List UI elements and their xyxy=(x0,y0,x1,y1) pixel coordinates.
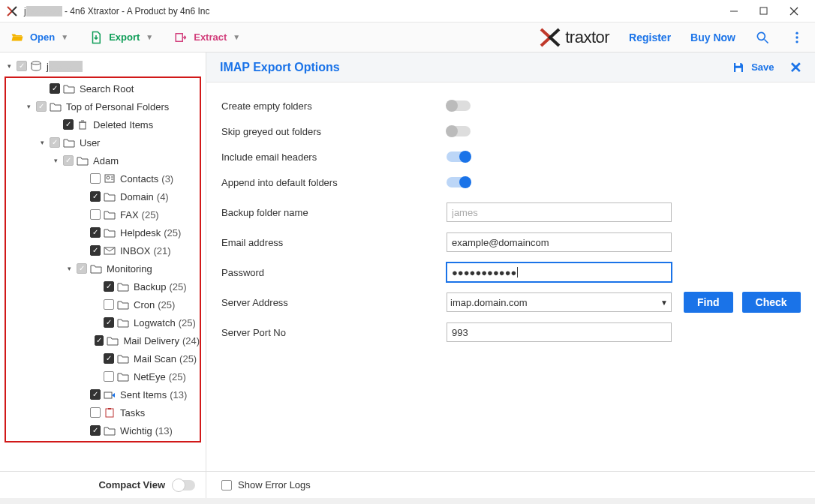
close-button[interactable] xyxy=(779,1,809,22)
register-link[interactable]: Register xyxy=(629,32,671,44)
extract-icon xyxy=(174,31,188,44)
server-addr-select[interactable]: imap.domain.com ▼ xyxy=(447,292,672,312)
maximize-button[interactable] xyxy=(749,1,779,22)
skip-greyed-toggle[interactable] xyxy=(447,126,471,136)
tree-item-label: Adam xyxy=(93,155,119,166)
checkbox[interactable] xyxy=(104,353,114,364)
expander-icon[interactable]: ▾ xyxy=(65,265,74,272)
svg-rect-19 xyxy=(104,392,112,398)
checkbox[interactable] xyxy=(77,263,87,274)
svg-rect-22 xyxy=(735,63,740,66)
checkbox[interactable] xyxy=(63,119,74,130)
checkbox[interactable] xyxy=(50,83,60,94)
checkbox[interactable] xyxy=(90,245,101,256)
tree-item-label: Top of Personal Folders xyxy=(66,101,169,112)
append-default-toggle[interactable] xyxy=(447,177,471,188)
chevron-down-icon: ▼ xyxy=(146,33,153,41)
expander-icon[interactable]: ▾ xyxy=(24,103,33,110)
tree-item[interactable]: Domain (4) xyxy=(6,188,200,206)
find-button[interactable]: Find xyxy=(684,292,733,313)
window-title: jxxxxxxxx - 4n6 Xtraxtor - A Product by … xyxy=(24,6,209,16)
svg-rect-23 xyxy=(735,68,741,71)
server-port-input[interactable] xyxy=(447,322,672,342)
expander-icon[interactable]: ▾ xyxy=(5,62,14,70)
tree-item[interactable]: Sent Items (13) xyxy=(6,386,200,404)
tree-item[interactable]: Search Root xyxy=(6,80,200,98)
folder-open-icon xyxy=(11,31,24,44)
minimize-button[interactable] xyxy=(719,1,749,22)
checkbox[interactable] xyxy=(90,425,101,436)
checkbox[interactable] xyxy=(90,173,101,184)
open-button[interactable]: Open ▼ xyxy=(11,31,68,44)
svg-point-9 xyxy=(795,40,798,43)
checkbox[interactable] xyxy=(104,317,114,328)
tree-item[interactable]: ▾User xyxy=(6,134,200,152)
checkbox[interactable] xyxy=(17,61,27,71)
tree-item[interactable]: Backup (25) xyxy=(6,278,200,296)
tree-item-label: Wichtig xyxy=(120,425,152,436)
checkbox[interactable] xyxy=(90,407,101,418)
extract-button[interactable]: Extract ▼ xyxy=(174,31,240,44)
checkbox[interactable] xyxy=(50,137,60,148)
checkbox[interactable] xyxy=(90,191,101,202)
folder-icon xyxy=(117,317,129,328)
tree-item[interactable]: ▾Adam xyxy=(6,152,200,170)
toolbar: Open ▼ Export ▼ Extract ▼ traxtor Regist… xyxy=(0,22,815,52)
tree-item[interactable]: Helpdesk (25) xyxy=(6,224,200,242)
checkbox[interactable] xyxy=(90,389,101,400)
folder-tree-sidebar: ▾ jxxxxxxx Search Root▾Top of Personal F… xyxy=(0,52,206,498)
tree-item-count: (25) xyxy=(169,281,186,292)
more-icon[interactable] xyxy=(789,30,804,45)
content-footer: Show Error Logs xyxy=(206,471,815,498)
checkbox[interactable] xyxy=(90,227,101,238)
checkbox[interactable] xyxy=(95,335,104,346)
check-button[interactable]: Check xyxy=(742,292,801,313)
checkbox[interactable] xyxy=(104,371,114,382)
database-icon xyxy=(30,61,42,71)
password-input[interactable]: ●●●●●●●●●●● xyxy=(447,262,672,282)
tree-item-label: Backup xyxy=(134,281,166,292)
checkbox[interactable] xyxy=(104,281,114,292)
tree-item-count: (4) xyxy=(157,191,169,202)
tree-item[interactable]: Logwatch (25) xyxy=(6,314,200,332)
tree-item[interactable]: Wichtig (13) xyxy=(6,422,200,440)
backup-name-input[interactable] xyxy=(447,202,672,222)
checkbox[interactable] xyxy=(104,299,114,310)
checkbox[interactable] xyxy=(36,101,47,112)
folder-tree[interactable]: ▾ jxxxxxxx Search Root▾Top of Personal F… xyxy=(0,52,206,471)
tree-item[interactable]: Contacts (3) xyxy=(6,170,200,188)
tree-item[interactable]: FAX (25) xyxy=(6,206,200,224)
save-button[interactable]: Save xyxy=(732,61,774,74)
tree-item[interactable]: Tasks xyxy=(6,404,200,422)
tree-item[interactable]: INBOX (21) xyxy=(6,242,200,260)
checkbox[interactable] xyxy=(63,155,74,166)
tree-item[interactable]: Deleted Items xyxy=(6,116,200,134)
email-input[interactable] xyxy=(447,232,672,252)
tree-item-label: INBOX xyxy=(120,245,150,256)
tree-item[interactable]: Mail Delivery (24) xyxy=(6,332,200,350)
create-empty-toggle[interactable] xyxy=(447,100,471,111)
svg-rect-1 xyxy=(760,8,767,14)
folder-icon xyxy=(77,155,89,166)
tree-item[interactable]: Mail Scan (25) xyxy=(6,350,200,368)
show-error-logs-checkbox[interactable] xyxy=(221,480,232,490)
include-headers-toggle[interactable] xyxy=(447,152,471,162)
sent-icon xyxy=(104,389,116,400)
buy-now-link[interactable]: Buy Now xyxy=(690,32,735,44)
tree-item[interactable]: ▾Top of Personal Folders xyxy=(6,98,200,116)
checkbox[interactable] xyxy=(90,209,101,220)
tree-item[interactable]: ▾Monitoring xyxy=(6,260,200,278)
svg-rect-21 xyxy=(108,408,111,410)
search-icon[interactable] xyxy=(755,30,770,45)
export-button[interactable]: Export ▼ xyxy=(89,31,153,44)
tree-item-count: (21) xyxy=(153,245,170,256)
tree-root[interactable]: ▾ jxxxxxxx xyxy=(3,57,203,75)
folder-icon xyxy=(90,263,102,274)
expander-icon[interactable]: ▾ xyxy=(51,157,60,164)
compact-view-toggle[interactable] xyxy=(173,480,195,490)
expander-icon[interactable]: ▾ xyxy=(38,139,47,146)
svg-rect-4 xyxy=(176,33,182,41)
close-panel-button[interactable]: ✕ xyxy=(789,58,802,76)
tree-item[interactable]: NetEye (25) xyxy=(6,368,200,386)
tree-item[interactable]: Cron (25) xyxy=(6,296,200,314)
